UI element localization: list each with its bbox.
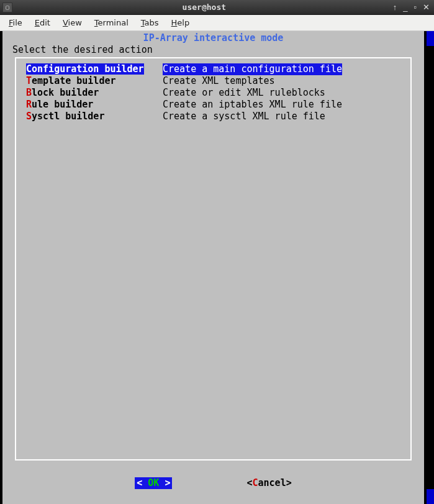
window-controls: ↑ _ ▫ ✕ xyxy=(391,2,432,12)
menu-item-label: ule builder xyxy=(32,99,93,110)
cancel-button[interactable]: <Cancel> xyxy=(246,477,291,489)
minimize-icon[interactable]: _ xyxy=(401,2,409,12)
close-icon[interactable]: ✕ xyxy=(421,2,432,12)
terminal-cursor xyxy=(2,493,9,504)
menu-item-label: onfiguration builder xyxy=(32,63,144,75)
menu-item-label: lock builder xyxy=(32,87,99,98)
menu-item-desc: Create or edit XML ruleblocks xyxy=(163,87,325,99)
scrollbar-thumb-top[interactable] xyxy=(427,31,434,46)
menu-item-desc: Create a sysctl XML rule file xyxy=(163,111,325,122)
menu-item-hotkey: S xyxy=(26,111,32,122)
menu-list: Configuration builderCreate a main confi… xyxy=(16,58,410,127)
menu-item-t[interactable]: Template builderCreate XML templates xyxy=(26,75,400,87)
menubar: File Edit View Terminal Tabs Help xyxy=(0,15,434,31)
menu-item-c[interactable]: Configuration builderCreate a main confi… xyxy=(26,63,400,75)
menu-help[interactable]: Help xyxy=(166,17,195,29)
terminal-icon: ▢ xyxy=(2,2,12,12)
rollup-icon[interactable]: ↑ xyxy=(391,2,399,12)
terminal-content: IP-Array interactive mode Select the des… xyxy=(2,31,424,504)
menu-terminal[interactable]: Terminal xyxy=(89,17,133,29)
ok-button[interactable]: < OK > xyxy=(135,477,172,489)
menu-item-hotkey: B xyxy=(26,87,32,98)
menu-item-hotkey: C xyxy=(26,63,32,75)
menu-file[interactable]: File xyxy=(4,17,27,29)
menu-item-hotkey: R xyxy=(26,99,32,110)
terminal-area: IP-Array interactive mode Select the des… xyxy=(0,31,434,504)
window-titlebar: ▢ user@host ↑ _ ▫ ✕ xyxy=(0,0,434,15)
menu-item-desc: Create an iptables XML rule file xyxy=(163,99,342,111)
dialog-header: IP-Array interactive mode xyxy=(2,31,424,44)
menu-item-b[interactable]: Block builderCreate or edit XML rulebloc… xyxy=(26,87,400,99)
menu-item-desc: Create a main configuration file xyxy=(163,63,342,75)
dialog-box: Configuration builderCreate a main confi… xyxy=(15,57,412,460)
menu-item-label: ysctl builder xyxy=(32,111,104,122)
menu-item-desc: Create XML templates xyxy=(163,75,275,87)
scrollbar-thumb-bottom[interactable] xyxy=(427,489,434,504)
dialog-buttons: < OK > <Cancel> xyxy=(2,477,424,489)
menu-item-label: emplate builder xyxy=(32,75,115,86)
menu-item-hotkey: T xyxy=(26,75,32,86)
menu-edit[interactable]: Edit xyxy=(30,17,55,29)
maximize-icon[interactable]: ▫ xyxy=(412,2,418,12)
dialog-prompt: Select the desired action xyxy=(2,44,424,56)
menu-view[interactable]: View xyxy=(58,17,87,29)
menu-item-r[interactable]: Rule builderCreate an iptables XML rule … xyxy=(26,99,400,111)
window-title: user@host xyxy=(17,2,391,12)
scrollbar-track[interactable] xyxy=(427,31,434,504)
menu-tabs[interactable]: Tabs xyxy=(136,17,164,29)
menu-item-s[interactable]: Sysctl builderCreate a sysctl XML rule f… xyxy=(26,111,400,122)
